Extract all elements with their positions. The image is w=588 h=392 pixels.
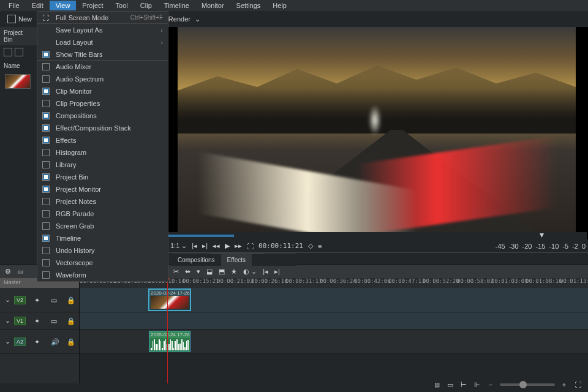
preview-scrubber[interactable]: ▾	[167, 232, 587, 239]
view-menu-item[interactable]: Project Monitor	[37, 183, 168, 195]
zoom-slider[interactable]	[500, 383, 555, 386]
lock-icon[interactable]: 🔒	[67, 296, 74, 304]
zoom-in-icon[interactable]: +	[560, 380, 568, 389]
track-header-v2[interactable]: ⌄ V2 ✦ ▭ 🔒	[0, 288, 79, 312]
fullscreen-icon[interactable]: ⛶	[573, 380, 582, 389]
menu-settings[interactable]: Settings	[230, 1, 267, 10]
menu-project[interactable]: Project	[76, 1, 109, 10]
menu-help[interactable]: Help	[266, 1, 293, 10]
tl-favorite-icon[interactable]: ★	[231, 268, 237, 276]
track-v1[interactable]	[80, 312, 588, 330]
new-button[interactable]: New	[5, 13, 34, 24]
chevron-down-icon[interactable]: ⌄	[5, 296, 10, 304]
preview-viewport[interactable]	[178, 27, 576, 232]
checkbox-icon	[42, 100, 50, 107]
thumbs-icon[interactable]: ▭	[446, 380, 454, 389]
bin-clip-thumbnail[interactable]	[5, 74, 31, 89]
menu-view[interactable]: View	[50, 1, 77, 10]
menu-timeline[interactable]: Timeline	[158, 1, 195, 10]
track-v2[interactable]: 2020-02-24 17-26	[80, 288, 588, 312]
ffwd-icon[interactable]: ▸▸	[235, 242, 242, 250]
view-menu-item[interactable]: Clip Monitor	[37, 85, 168, 97]
menu-tool[interactable]: Tool	[110, 1, 134, 10]
mute-icon[interactable]: ▭	[51, 317, 58, 325]
view-menu-item[interactable]: Library	[37, 159, 168, 171]
speaker-icon[interactable]: 🔊	[51, 338, 58, 345]
video-clip[interactable]: 2020-02-24 17-26	[149, 289, 190, 311]
view-menu-item[interactable]: Screen Grab	[37, 220, 168, 232]
view-menu-item[interactable]: Show Title Bars	[37, 48, 168, 61]
goto-end-icon[interactable]: ▸|	[202, 242, 208, 250]
timeline-tracks[interactable]: 00:00:00:0000:00:05:0700:00:10:1400:00:1…	[80, 278, 588, 383]
menu-monitor[interactable]: Monitor	[195, 1, 230, 10]
tl-cut-icon[interactable]: ✂	[173, 268, 179, 276]
tab-effects[interactable]: Effects	[221, 254, 252, 266]
view-menu-item[interactable]: Effect/Composition Stack	[37, 122, 168, 134]
menu-clip[interactable]: Clip	[134, 1, 158, 10]
chevron-down-icon[interactable]: ⌄	[5, 337, 10, 345]
checkbox-icon	[42, 259, 50, 266]
view-menu-item[interactable]: ⛶Full Screen ModeCtrl+Shift+F	[37, 12, 168, 24]
view-menu-item[interactable]: Save Layout As›	[37, 24, 168, 36]
tl-insert-icon[interactable]: ⬒	[219, 268, 225, 276]
track-header-a2[interactable]: ⌄ A2 ✦ 🔊 🔒	[0, 330, 79, 354]
goto-start-icon[interactable]: |◂	[192, 242, 197, 250]
checkbox-icon	[42, 149, 50, 156]
tl-marker-icon[interactable]: ▾	[197, 268, 200, 276]
fit-icon[interactable]: ⊩	[473, 380, 481, 389]
view-menu-item[interactable]: RGB Parade	[37, 208, 168, 220]
view-menu-item[interactable]: Audio Spectrum	[37, 73, 168, 85]
tl-overwrite-icon[interactable]: ⬓	[206, 268, 213, 276]
checkbox-icon	[42, 235, 50, 242]
crop-icon[interactable]: ⛶	[247, 243, 254, 250]
fx-icon[interactable]: ✦	[34, 338, 42, 345]
menu-item-label: Show Title Bars	[56, 51, 163, 58]
tl-track-icon[interactable]: ▭	[17, 268, 23, 276]
view-menu-item[interactable]: Effects	[37, 134, 168, 146]
chevron-down-icon[interactable]: ⌄	[5, 317, 10, 325]
view-menu-item[interactable]: Load Layout›	[37, 36, 168, 48]
rewind-icon[interactable]: ◂◂	[213, 242, 220, 250]
view-menu-item[interactable]: Undo History	[37, 244, 168, 257]
tl-config-icon[interactable]: ⚙	[5, 268, 11, 276]
tl-spacer-icon[interactable]: ⬌	[185, 268, 190, 276]
lock-icon[interactable]: 🔒	[67, 317, 74, 325]
fx-icon[interactable]: ✦	[34, 296, 42, 304]
bin-add-icon[interactable]	[4, 48, 12, 56]
view-menu-item[interactable]: Project Notes	[37, 195, 168, 208]
tags-icon[interactable]: ⊞	[432, 380, 441, 389]
play-icon[interactable]: ▶	[225, 242, 230, 250]
view-menu-item[interactable]: Compositions	[37, 110, 168, 122]
menu-item-label: Library	[56, 161, 163, 168]
preview-menu-icon[interactable]: ≡	[318, 243, 322, 250]
menu-item-label: Effect/Composition Stack	[56, 124, 163, 132]
view-menu-item[interactable]: Timeline	[37, 232, 168, 244]
view-menu-item[interactable]: Histogram	[37, 146, 168, 159]
view-menu-item[interactable]: Vectorscope	[37, 257, 168, 269]
tab-compositions[interactable]: Compositions	[172, 254, 221, 266]
lock-icon[interactable]: 🔒	[67, 338, 74, 345]
view-menu-item[interactable]: Audio Mixer	[37, 61, 168, 73]
view-menu-item[interactable]: Clip Properties	[37, 97, 168, 110]
menu-file[interactable]: File	[2, 1, 26, 10]
menu-edit[interactable]: Edit	[26, 1, 50, 10]
tl-preview-icon[interactable]: ◐ ⌄	[243, 268, 257, 276]
track-header-v1[interactable]: ⌄ V1 ✦ ▭ 🔒	[0, 312, 79, 330]
track-a2[interactable]: 2020-02-24 17-26	[80, 330, 588, 354]
snap-icon[interactable]: ⊢	[459, 380, 468, 389]
mute-icon[interactable]: ▭	[51, 296, 58, 304]
bin-name-header[interactable]: Name	[0, 59, 37, 73]
tl-prev-icon[interactable]: |◂	[263, 268, 268, 276]
view-menu-item[interactable]: Project Bin	[37, 171, 168, 183]
view-menu-item[interactable]: Waveform	[37, 269, 168, 281]
playhead[interactable]	[167, 278, 168, 383]
tl-next-icon[interactable]: ▸|	[274, 268, 280, 276]
fx-icon[interactable]: ✦	[34, 317, 42, 325]
preview-timecode[interactable]: 00:00:11:21	[258, 242, 303, 250]
ruler-mark: 00:00:15:21	[183, 278, 219, 284]
bin-folder-icon[interactable]	[15, 48, 23, 56]
timecode-stepper-icon[interactable]: ◇	[308, 242, 313, 250]
zoom-ratio[interactable]: 1:1 ⌄	[170, 242, 187, 250]
audio-clip[interactable]: 2020-02-24 17-26	[149, 331, 190, 352]
zoom-out-icon[interactable]: −	[486, 380, 495, 389]
